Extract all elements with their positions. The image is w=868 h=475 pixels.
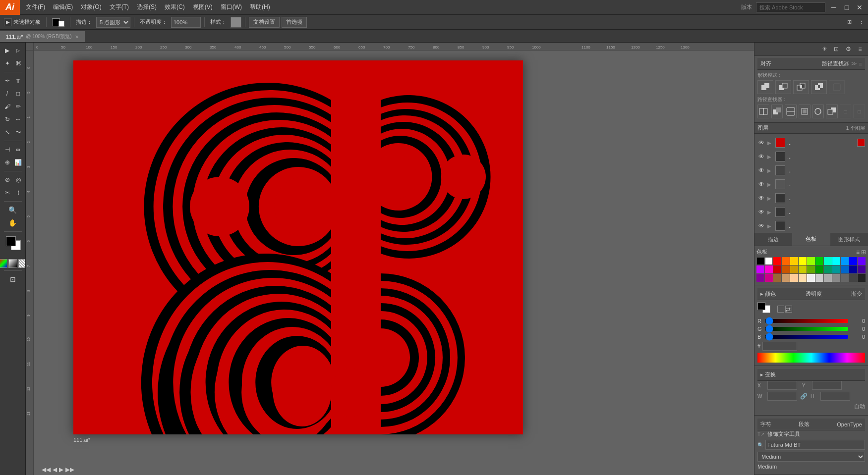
type-tool[interactable]: T [13, 75, 24, 87]
selection-tool[interactable]: ▶ [2, 45, 13, 56]
column-graph-tool[interactable]: 📊 [13, 157, 24, 168]
swatch[interactable] [832, 274, 840, 282]
rotate-tool[interactable]: ↻ [2, 113, 13, 125]
swatch[interactable] [790, 257, 798, 265]
swatch[interactable] [799, 274, 807, 282]
g-slider[interactable] [765, 327, 848, 331]
menu-file[interactable]: 文件(F) [22, 0, 49, 14]
swatch[interactable] [832, 257, 840, 265]
layer-row[interactable]: 👁 ▶ ... [754, 150, 868, 163]
h-input[interactable]: 100% [820, 392, 850, 401]
swatch[interactable] [849, 265, 857, 273]
y-input[interactable]: 764.64 [812, 381, 842, 390]
swatch[interactable] [773, 274, 781, 282]
close-button[interactable]: ✕ [855, 3, 864, 12]
menu-view[interactable]: 视图(V) [189, 0, 217, 14]
lasso-tool[interactable]: ⌘ [13, 57, 24, 69]
layer-expand-arrow[interactable]: ▶ [767, 168, 773, 173]
layer-expand-arrow[interactable]: ▶ [767, 154, 773, 159]
color-mode-gradient[interactable] [8, 259, 17, 268]
exclude-button[interactable] [811, 80, 827, 94]
next-page-button[interactable]: ▶▶ [65, 466, 74, 473]
swatch[interactable] [815, 257, 823, 265]
layer-expand-arrow[interactable]: ▶ [767, 182, 773, 187]
swatch[interactable] [815, 274, 823, 282]
layer-row[interactable]: 👁 ▶ ... [754, 191, 868, 205]
swatch[interactable] [849, 257, 857, 265]
menu-edit[interactable]: 编辑(E) [49, 0, 77, 14]
panel-settings-icon[interactable]: ⚙ [843, 44, 853, 54]
tab-swatches[interactable]: 色板 [792, 233, 830, 246]
layer-expand-arrow[interactable]: ▶ [767, 140, 773, 146]
transform-section-header[interactable]: ▸ 变换 [757, 369, 865, 381]
color-mode-color[interactable] [0, 259, 7, 268]
swatch[interactable] [773, 257, 781, 265]
layer-visibility-eye[interactable]: 👁 [757, 208, 765, 216]
swatch[interactable] [858, 274, 866, 282]
symbol-sprayer-tool[interactable]: ⊕ [2, 157, 13, 168]
stroke-color-swatch[interactable] [50, 16, 66, 28]
menu-object[interactable]: 对象(O) [77, 0, 105, 14]
line-tool[interactable]: / [2, 88, 13, 100]
layer-row[interactable]: 👁 ▶ ... [754, 205, 868, 219]
color-section-header[interactable]: ▸ 颜色 透明度 渐变 [757, 288, 865, 300]
maximize-button[interactable]: □ [842, 3, 851, 12]
hand-tool[interactable]: ✋ [2, 217, 24, 229]
swatch[interactable] [782, 257, 790, 265]
prev-page-button[interactable]: ◀◀ [42, 466, 51, 473]
merge-button[interactable] [785, 105, 797, 118]
rect-tool[interactable]: □ [13, 88, 24, 100]
swatch[interactable] [815, 265, 823, 273]
divide-button[interactable] [757, 105, 769, 118]
fg-swatch[interactable] [757, 302, 765, 310]
swatch[interactable] [790, 274, 798, 282]
intersect-button[interactable] [793, 80, 809, 94]
active-tab[interactable]: 111.ai* @ 100% (RGB/预览) ✕ [0, 31, 85, 42]
swatch[interactable] [765, 257, 773, 265]
pathfinder-expand-icon[interactable]: ≫ [851, 60, 857, 67]
swatch[interactable] [841, 274, 849, 282]
char-section-header[interactable]: 字符 段落 OpenType [757, 419, 865, 430]
layer-row[interactable]: 👁 ▶ ... [754, 219, 868, 233]
swatch[interactable] [858, 257, 866, 265]
paintbrush-tool[interactable]: 🖌 [2, 101, 13, 112]
swatch[interactable] [756, 274, 764, 282]
scissors-tool[interactable]: ✂ [2, 187, 13, 199]
outline-button[interactable] [812, 105, 824, 118]
extra-options[interactable]: ⋮ [857, 16, 866, 28]
crop-button[interactable] [799, 105, 810, 118]
artboard-tool[interactable]: ⊡ [2, 273, 24, 285]
canvas-wrapper[interactable]: 111.ai* ◀◀ ◀ ▶ ▶▶ [34, 51, 754, 475]
layer-expand-arrow[interactable]: ▶ [767, 210, 773, 215]
doc-settings-button[interactable]: 文档设置 [249, 17, 280, 28]
swatch[interactable] [799, 265, 807, 273]
panel-expand-icon[interactable]: ☀ [819, 44, 829, 54]
minus-back-button[interactable] [826, 105, 838, 118]
menu-type[interactable]: 文字(T) [106, 0, 133, 14]
opacity-input[interactable] [171, 17, 201, 28]
swatch[interactable] [782, 265, 790, 273]
layer-expand-arrow[interactable]: ▶ [767, 223, 773, 229]
swatch[interactable] [799, 257, 807, 265]
layer-visibility-eye[interactable]: 👁 [757, 139, 765, 147]
link-icon[interactable]: 🔗 [800, 393, 808, 400]
scale-tool[interactable]: ⤡ [2, 126, 13, 138]
swatch[interactable] [756, 257, 764, 265]
eraser-tool[interactable]: ◎ [13, 174, 24, 186]
direct-selection-tool[interactable]: ▷ [13, 45, 24, 56]
layer-visibility-eye[interactable]: 👁 [757, 222, 765, 230]
b-slider[interactable] [765, 335, 848, 339]
swatch[interactable] [824, 257, 832, 265]
minus-front-button[interactable] [775, 80, 791, 94]
r-slider[interactable] [765, 319, 848, 323]
swatch[interactable] [765, 265, 773, 273]
swatch[interactable] [807, 257, 815, 265]
swatch[interactable] [824, 274, 832, 282]
swatch[interactable] [782, 274, 790, 282]
pen-tool[interactable]: ✒ [2, 75, 13, 87]
swatch[interactable] [773, 265, 781, 273]
foreground-color-swatch[interactable] [6, 236, 16, 246]
align-section-header[interactable]: 对齐 路径查找器 ≫ ≡ [757, 58, 865, 70]
layer-visibility-eye[interactable]: 👁 [757, 180, 765, 188]
style-preview[interactable] [231, 17, 241, 28]
